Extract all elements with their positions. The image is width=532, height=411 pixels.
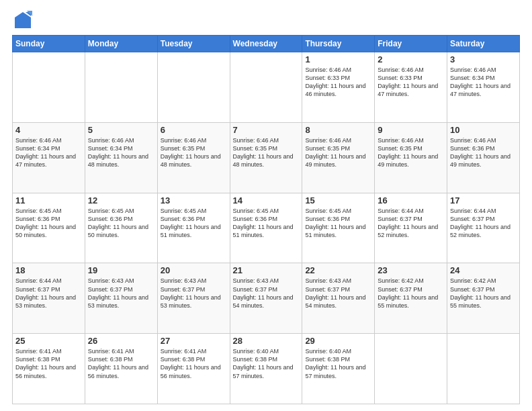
calendar-week-4: 18Sunrise: 6:44 AM Sunset: 6:37 PM Dayli… [13, 263, 520, 334]
day-number: 9 [378, 125, 444, 135]
calendar-week-3: 11Sunrise: 6:45 AM Sunset: 6:36 PM Dayli… [13, 193, 520, 263]
calendar-cell: 15Sunrise: 6:45 AM Sunset: 6:36 PM Dayli… [302, 193, 375, 263]
calendar-cell [447, 334, 520, 404]
day-info: Sunrise: 6:42 AM Sunset: 6:37 PM Dayligh… [450, 277, 517, 310]
calendar-cell: 4Sunrise: 6:46 AM Sunset: 6:34 PM Daylig… [13, 122, 85, 193]
day-info: Sunrise: 6:46 AM Sunset: 6:34 PM Dayligh… [450, 66, 517, 99]
calendar-cell: 6Sunrise: 6:46 AM Sunset: 6:35 PM Daylig… [157, 122, 230, 193]
calendar-cell: 14Sunrise: 6:45 AM Sunset: 6:36 PM Dayli… [230, 193, 302, 263]
day-number: 23 [378, 265, 444, 275]
day-number: 4 [15, 125, 82, 135]
day-number: 2 [378, 54, 444, 64]
calendar-cell [13, 52, 85, 123]
day-number: 16 [378, 195, 444, 205]
calendar-cell: 20Sunrise: 6:43 AM Sunset: 6:37 PM Dayli… [157, 263, 230, 334]
day-number: 20 [161, 265, 227, 275]
day-number: 14 [233, 195, 300, 205]
calendar-cell: 19Sunrise: 6:43 AM Sunset: 6:37 PM Dayli… [85, 263, 157, 334]
calendar-cell: 11Sunrise: 6:45 AM Sunset: 6:36 PM Dayli… [13, 193, 85, 263]
calendar-cell: 23Sunrise: 6:42 AM Sunset: 6:37 PM Dayli… [375, 263, 447, 334]
calendar-cell: 13Sunrise: 6:45 AM Sunset: 6:36 PM Dayli… [157, 193, 230, 263]
day-info: Sunrise: 6:43 AM Sunset: 6:37 PM Dayligh… [88, 277, 154, 310]
day-number: 24 [450, 265, 517, 275]
calendar-week-2: 4Sunrise: 6:46 AM Sunset: 6:34 PM Daylig… [13, 122, 520, 193]
calendar-cell: 18Sunrise: 6:44 AM Sunset: 6:37 PM Dayli… [13, 263, 85, 334]
header [12, 11, 520, 30]
day-info: Sunrise: 6:43 AM Sunset: 6:37 PM Dayligh… [233, 277, 300, 310]
calendar-cell: 26Sunrise: 6:41 AM Sunset: 6:38 PM Dayli… [85, 334, 157, 404]
calendar-cell [85, 52, 157, 123]
logo [12, 11, 34, 30]
calendar-cell: 12Sunrise: 6:45 AM Sunset: 6:36 PM Dayli… [85, 193, 157, 263]
calendar-cell: 7Sunrise: 6:46 AM Sunset: 6:35 PM Daylig… [230, 122, 302, 193]
calendar-header-row: SundayMondayTuesdayWednesdayThursdayFrid… [13, 36, 520, 52]
calendar-header-tuesday: Tuesday [157, 36, 230, 52]
day-info: Sunrise: 6:41 AM Sunset: 6:38 PM Dayligh… [15, 347, 82, 380]
calendar-cell: 27Sunrise: 6:41 AM Sunset: 6:38 PM Dayli… [157, 334, 230, 404]
day-info: Sunrise: 6:46 AM Sunset: 6:34 PM Dayligh… [15, 136, 82, 169]
day-number: 6 [161, 125, 227, 135]
calendar-cell: 25Sunrise: 6:41 AM Sunset: 6:38 PM Dayli… [13, 334, 85, 404]
calendar-header-sunday: Sunday [13, 36, 85, 52]
calendar-cell: 28Sunrise: 6:40 AM Sunset: 6:38 PM Dayli… [230, 334, 302, 404]
day-number: 5 [88, 125, 154, 135]
day-info: Sunrise: 6:44 AM Sunset: 6:37 PM Dayligh… [378, 207, 444, 240]
logo-icon [13, 11, 32, 30]
day-info: Sunrise: 6:40 AM Sunset: 6:38 PM Dayligh… [305, 347, 371, 380]
day-info: Sunrise: 6:42 AM Sunset: 6:37 PM Dayligh… [378, 277, 444, 310]
day-info: Sunrise: 6:40 AM Sunset: 6:38 PM Dayligh… [233, 347, 300, 380]
calendar-cell: 17Sunrise: 6:44 AM Sunset: 6:37 PM Dayli… [447, 193, 520, 263]
day-info: Sunrise: 6:46 AM Sunset: 6:33 PM Dayligh… [378, 66, 444, 99]
day-info: Sunrise: 6:43 AM Sunset: 6:37 PM Dayligh… [305, 277, 371, 310]
day-info: Sunrise: 6:41 AM Sunset: 6:38 PM Dayligh… [161, 347, 227, 380]
calendar-week-1: 1Sunrise: 6:46 AM Sunset: 6:33 PM Daylig… [13, 52, 520, 123]
day-info: Sunrise: 6:45 AM Sunset: 6:36 PM Dayligh… [15, 207, 82, 240]
day-info: Sunrise: 6:46 AM Sunset: 6:36 PM Dayligh… [450, 136, 517, 169]
calendar-cell: 8Sunrise: 6:46 AM Sunset: 6:35 PM Daylig… [302, 122, 375, 193]
calendar-header-monday: Monday [85, 36, 157, 52]
calendar-cell: 24Sunrise: 6:42 AM Sunset: 6:37 PM Dayli… [447, 263, 520, 334]
day-info: Sunrise: 6:46 AM Sunset: 6:35 PM Dayligh… [378, 136, 444, 169]
day-info: Sunrise: 6:46 AM Sunset: 6:34 PM Dayligh… [88, 136, 154, 169]
calendar-cell: 2Sunrise: 6:46 AM Sunset: 6:33 PM Daylig… [375, 52, 447, 123]
day-number: 15 [305, 195, 371, 205]
day-info: Sunrise: 6:45 AM Sunset: 6:36 PM Dayligh… [161, 207, 227, 240]
page: SundayMondayTuesdayWednesdayThursdayFrid… [0, 0, 532, 411]
day-number: 7 [233, 125, 300, 135]
day-info: Sunrise: 6:45 AM Sunset: 6:36 PM Dayligh… [233, 207, 300, 240]
svg-marker-0 [15, 12, 31, 28]
day-number: 28 [233, 336, 300, 346]
calendar-cell: 3Sunrise: 6:46 AM Sunset: 6:34 PM Daylig… [447, 52, 520, 123]
day-info: Sunrise: 6:46 AM Sunset: 6:35 PM Dayligh… [161, 136, 227, 169]
day-info: Sunrise: 6:44 AM Sunset: 6:37 PM Dayligh… [450, 207, 517, 240]
day-number: 10 [450, 125, 517, 135]
day-number: 12 [88, 195, 154, 205]
calendar-header-saturday: Saturday [447, 36, 520, 52]
day-number: 18 [15, 265, 82, 275]
day-info: Sunrise: 6:46 AM Sunset: 6:35 PM Dayligh… [305, 136, 371, 169]
day-number: 26 [88, 336, 154, 346]
calendar-header-wednesday: Wednesday [230, 36, 302, 52]
calendar-cell: 1Sunrise: 6:46 AM Sunset: 6:33 PM Daylig… [302, 52, 375, 123]
day-number: 25 [15, 336, 82, 346]
day-info: Sunrise: 6:45 AM Sunset: 6:36 PM Dayligh… [305, 207, 371, 240]
calendar-cell [375, 334, 447, 404]
calendar-cell: 10Sunrise: 6:46 AM Sunset: 6:36 PM Dayli… [447, 122, 520, 193]
calendar-cell: 9Sunrise: 6:46 AM Sunset: 6:35 PM Daylig… [375, 122, 447, 193]
day-number: 21 [233, 265, 300, 275]
calendar-cell [157, 52, 230, 123]
day-number: 11 [15, 195, 82, 205]
day-number: 17 [450, 195, 517, 205]
day-number: 19 [88, 265, 154, 275]
day-info: Sunrise: 6:45 AM Sunset: 6:36 PM Dayligh… [88, 207, 154, 240]
day-number: 3 [450, 54, 517, 64]
calendar-header-thursday: Thursday [302, 36, 375, 52]
calendar-cell: 21Sunrise: 6:43 AM Sunset: 6:37 PM Dayli… [230, 263, 302, 334]
calendar-header-friday: Friday [375, 36, 447, 52]
day-info: Sunrise: 6:43 AM Sunset: 6:37 PM Dayligh… [161, 277, 227, 310]
calendar-table: SundayMondayTuesdayWednesdayThursdayFrid… [12, 35, 520, 404]
calendar-cell: 16Sunrise: 6:44 AM Sunset: 6:37 PM Dayli… [375, 193, 447, 263]
calendar-week-5: 25Sunrise: 6:41 AM Sunset: 6:38 PM Dayli… [13, 334, 520, 404]
calendar-cell: 5Sunrise: 6:46 AM Sunset: 6:34 PM Daylig… [85, 122, 157, 193]
calendar-cell: 29Sunrise: 6:40 AM Sunset: 6:38 PM Dayli… [302, 334, 375, 404]
